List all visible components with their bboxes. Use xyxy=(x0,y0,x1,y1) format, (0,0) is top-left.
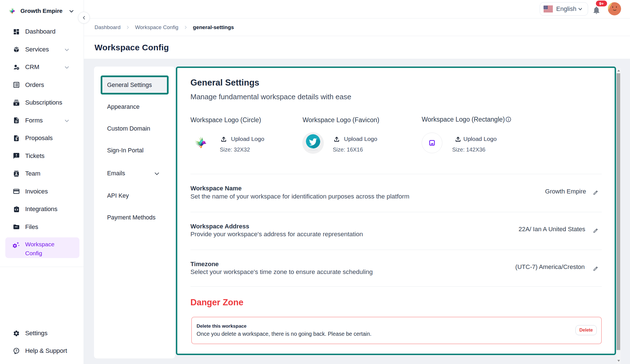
svg-text:$: $ xyxy=(15,137,18,141)
svg-text:?: ? xyxy=(15,349,17,353)
